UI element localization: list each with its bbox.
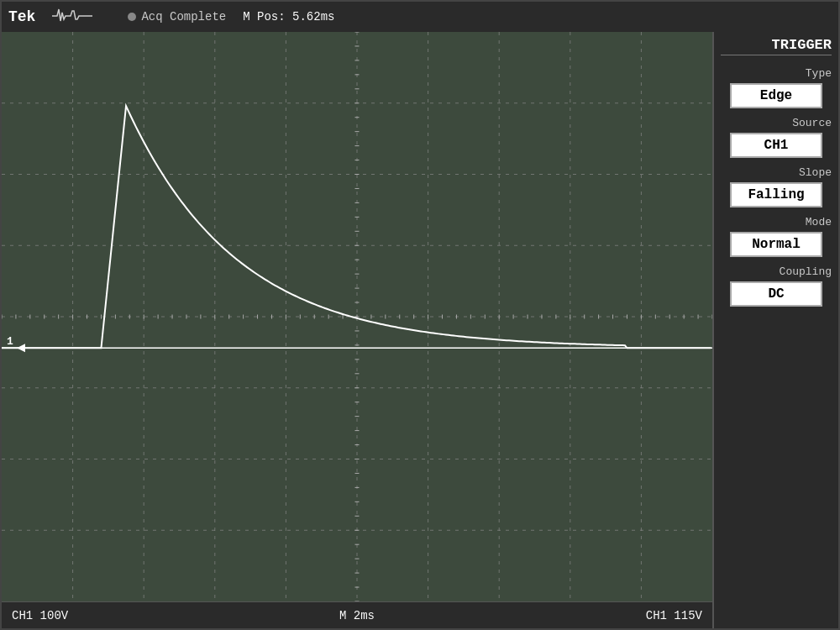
waveform-icon — [52, 6, 92, 28]
bottom-ch1-label: CH1 100V — [12, 609, 68, 622]
trigger-title: TRIGGER — [721, 37, 832, 55]
oscilloscope-canvas — [2, 32, 712, 601]
source-label: Source — [792, 117, 832, 129]
bottom-time-label: M 2ms — [339, 609, 375, 622]
bottom-ch1-right-label: CH1 115V — [646, 609, 702, 622]
acq-text: Acq Complete — [141, 10, 226, 24]
acq-dot — [128, 13, 136, 21]
type-label: Type — [806, 67, 832, 80]
trigger-panel: TRIGGER Type Edge Source CH1 Slope Falli… — [712, 32, 838, 628]
mode-button[interactable]: Normal — [730, 232, 822, 257]
grid-container — [2, 32, 712, 601]
coupling-label: Coupling — [780, 265, 832, 278]
slope-label: Slope — [799, 166, 832, 179]
screen-area: CH1 100V M 2ms CH1 115V — [2, 32, 712, 628]
source-button[interactable]: CH1 — [730, 133, 822, 158]
bottom-bar: CH1 100V M 2ms CH1 115V — [2, 601, 712, 628]
brand-label: Tek — [8, 8, 35, 25]
oscilloscope: Tek Acq Complete M Pos: 5.62ms CH1 100V … — [0, 0, 840, 630]
main-area: CH1 100V M 2ms CH1 115V TRIGGER Type Edg… — [2, 32, 838, 628]
mode-label: Mode — [806, 216, 832, 228]
type-button[interactable]: Edge — [730, 83, 822, 108]
top-bar: Tek Acq Complete M Pos: 5.62ms — [2, 2, 838, 32]
m-pos-label: M Pos: 5.62ms — [243, 10, 334, 24]
acq-status: Acq Complete — [128, 10, 226, 24]
coupling-button[interactable]: DC — [730, 281, 822, 307]
slope-button[interactable]: Falling — [730, 182, 822, 207]
